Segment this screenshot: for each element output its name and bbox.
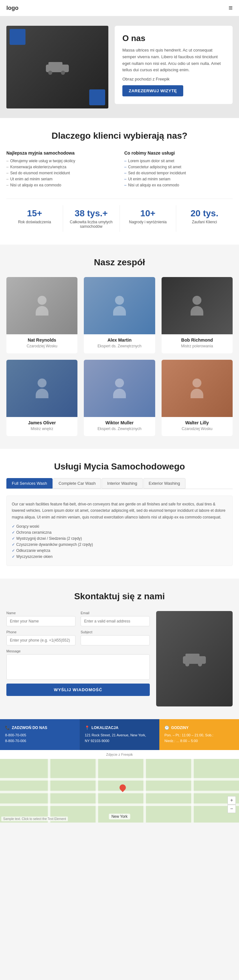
team-name-3: Bob Richmond — [162, 337, 233, 342]
team-photo-4 — [6, 360, 77, 417]
why-col1-list: Oferujemy wiele usług w twojej okolicy K… — [6, 159, 115, 187]
map-background: New York Sample text. Click to select th… — [0, 759, 239, 822]
team-photo-1 — [6, 277, 77, 334]
service-item: Gorący woski — [12, 524, 227, 529]
list-item: Konserwacja eksterierzu/wnętrza — [6, 165, 115, 169]
hero-image-source: Obraz pochodzi z Freepik — [122, 76, 225, 83]
phone-block-title: 📞 ZADZWOŃ DO NAS — [5, 725, 75, 730]
phone-icon: 📞 — [5, 725, 10, 730]
image-source: Zdjęcie z Freepik — [0, 750, 239, 759]
tab-interior-washing[interactable]: Interior Washing — [102, 478, 143, 488]
stat-label: Rok doświadczenia — [10, 220, 59, 224]
message-label: Message — [6, 649, 150, 653]
subject-label: Subject — [81, 630, 150, 634]
location-icon: 📍 — [85, 725, 90, 730]
map-city-label: New York — [109, 814, 130, 819]
contact-form: Name Email Phone Subject Me — [6, 611, 150, 706]
team-grid: Nat Reynolds Czarodziej Wosku Alex Marti… — [6, 277, 233, 436]
menu-icon[interactable]: ≡ — [228, 4, 233, 12]
logo: logo — [6, 5, 18, 11]
message-textarea[interactable] — [6, 654, 150, 680]
submit-button[interactable]: WYŚLIJ WIADOMOŚĆ — [6, 684, 150, 696]
location-block-text: 121 Rock Street, 21 Avenue, New York, NY… — [85, 733, 154, 744]
zoom-in-button[interactable]: + — [228, 796, 236, 804]
clock-icon: 🕐 — [164, 725, 169, 730]
phone-label: Phone — [6, 630, 75, 634]
email-input[interactable] — [81, 616, 150, 626]
team-card-3: Bob Richmond Mistrz polerowania — [162, 277, 233, 353]
form-row-2: Phone Subject — [6, 630, 150, 645]
team-card-6: Walter Lilly Czarodziej Wosku — [162, 360, 233, 436]
info-block-phone: 📞 ZADZWOŃ DO NAS 8-800-70-005 8-800-70-0… — [0, 719, 80, 750]
team-role-1: Czarodziej Wosku — [6, 344, 77, 348]
team-photo-6 — [162, 360, 233, 417]
services-section: Usługi Mycia Samochodowego Full Services… — [0, 449, 239, 579]
team-card-1: Nat Reynolds Czarodziej Wosku — [6, 277, 77, 353]
stats-row: 15+ Rok doświadczenia 38 tys.+ Całkowita… — [6, 199, 233, 232]
list-item: Nisi ut aliquip ex ea commodo — [6, 183, 115, 187]
team-card-4: James Oliver Mistrz wnętrz — [6, 360, 77, 436]
reserve-button[interactable]: ZAREZERWUJ WIZYTĘ — [122, 85, 183, 96]
stat-label: Zaufani Klienci — [180, 220, 229, 224]
service-description: Our car wash facilities feature flat-bel… — [12, 501, 227, 520]
tab-full-services[interactable]: Full Services Wash — [6, 478, 53, 488]
team-title: Nasz zespół — [6, 257, 233, 267]
hero-title: O nas — [122, 33, 225, 43]
list-item: Sed do eiusmod tempor incididunt — [124, 171, 233, 175]
why-section: Dlaczego klienci wybierają nas? Najlepsz… — [0, 118, 239, 245]
name-input[interactable] — [6, 616, 75, 626]
hero-paragraph: Massa ultrices mi quis hendrerit. Ac ut … — [122, 47, 225, 73]
list-item: Oferujemy wiele usług w twojej okolicy — [6, 159, 115, 163]
svg-point-7 — [198, 662, 202, 667]
phone-block-text: 8-800-70-005 8-800-70-006 — [5, 733, 75, 744]
services-title: Usługi Mycia Samochodowego — [6, 461, 233, 472]
name-label: Name — [6, 611, 75, 615]
info-block-location: 📍 LOKALIZACJA 121 Rock Street, 21 Avenue… — [80, 719, 159, 750]
team-role-4: Mistrz wnętrz — [6, 426, 77, 431]
team-role-2: Ekspert ds. Zewnętrznych — [84, 344, 155, 348]
svg-point-3 — [61, 71, 65, 75]
hours-block-text: Pon. – Pt.: 11:00 – 21:00, Sob.: Niedz.:… — [164, 733, 234, 744]
why-col1-heading: Najlepsza myjnia samochodowa — [6, 150, 115, 156]
svg-point-6 — [185, 662, 189, 667]
form-group-subject: Subject — [81, 630, 150, 645]
team-name-5: Wiktor Muller — [84, 420, 155, 425]
list-item: Sed do eiusmod moment incididunt — [6, 171, 115, 175]
why-col-1: Najlepsza myjnia samochodowa Oferujemy w… — [6, 150, 115, 189]
zoom-out-button[interactable]: − — [228, 805, 236, 813]
hero-image — [6, 26, 108, 108]
team-photo-5 — [84, 360, 155, 417]
team-card-5: Wiktor Muller Ekspert ds. Zewnętrznych — [84, 360, 155, 436]
team-role-6: Czarodziej Wosku — [162, 426, 233, 431]
team-role-3: Mistrz polerowania — [162, 344, 233, 348]
form-group-phone: Phone — [6, 630, 75, 645]
phone-input[interactable] — [6, 635, 75, 645]
service-list: Gorący woski Ochrona ceramiczna Wystrzyg… — [12, 524, 227, 559]
tab-complete-car-wash[interactable]: Complete Car Wash — [53, 478, 101, 488]
service-item: Czyszczenie dywaników gumowych (2 rzędy) — [12, 542, 227, 547]
stat-number: 20 tys. — [180, 208, 229, 218]
list-item: Lorem ipsum dolor sit amet — [124, 159, 233, 163]
contact-image — [156, 611, 233, 706]
stat-4: 20 tys. Zaufani Klienci — [176, 205, 233, 232]
stat-3: 10+ Nagrody i wyróżnienia — [120, 205, 176, 232]
team-card-2: Alex Martin Ekspert ds. Zewnętrznych — [84, 277, 155, 353]
tab-exterior-washing[interactable]: Exterior Washing — [143, 478, 186, 488]
team-photo-3 — [162, 277, 233, 334]
hero-section: O nas Massa ultrices mi quis hendrerit. … — [0, 16, 239, 118]
why-col-2: Co robimy Nasze usługi Lorem ipsum dolor… — [124, 150, 233, 189]
service-content: Our car wash facilities feature flat-bel… — [6, 496, 233, 566]
team-name-4: James Oliver — [6, 420, 77, 425]
team-section: Nasz zespół Nat Reynolds Czarodziej Wosk… — [0, 245, 239, 449]
services-tabs: Full Services Wash Complete Car Wash Int… — [6, 478, 233, 489]
map-watermark: Sample text. Click to select the Text El… — [1, 816, 68, 821]
team-name-1: Nat Reynolds — [6, 337, 77, 342]
team-name-6: Walter Lilly — [162, 420, 233, 425]
subject-input[interactable] — [81, 635, 150, 645]
team-role-5: Ekspert ds. Zewnętrznych — [84, 426, 155, 431]
svg-point-2 — [48, 71, 52, 75]
why-columns: Najlepsza myjnia samochodowa Oferujemy w… — [6, 150, 233, 189]
location-block-title: 📍 LOKALIZACJA — [85, 725, 154, 730]
hero-badge-bottom — [89, 89, 105, 105]
list-item: Nisi ut aliquip ex ea commodo — [124, 183, 233, 187]
